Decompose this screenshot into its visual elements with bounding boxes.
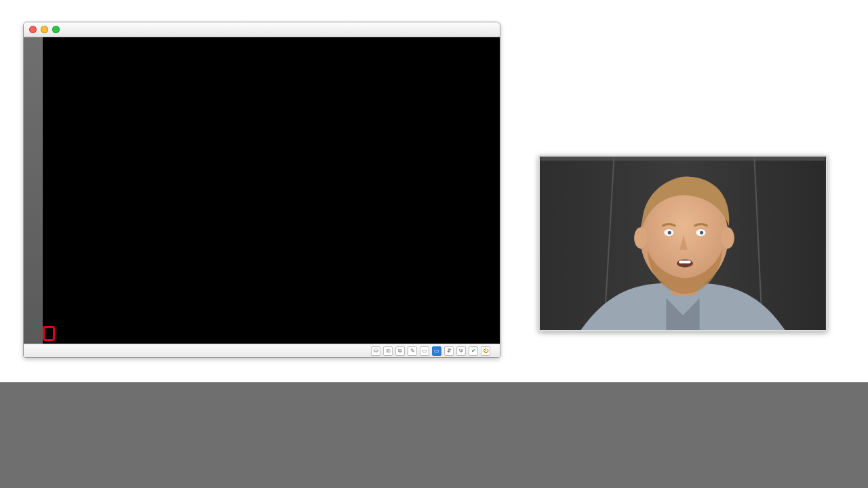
vm-body — [24, 37, 500, 344]
window-titlebar[interactable] — [24, 22, 500, 37]
statusbar-usb-icon[interactable]: Ψ — [456, 346, 466, 356]
presenter-video — [538, 155, 827, 331]
window-controls — [29, 26, 60, 33]
microsoft-logo-tiles — [808, 31, 834, 58]
svg-point-6 — [634, 227, 648, 249]
statusbar-optical-icon[interactable]: ◎ — [383, 346, 393, 356]
microsoft-logo — [808, 31, 841, 58]
logo-tile — [822, 45, 834, 58]
vm-window: ⛁ ◎ ⧉ ✎ ▭ ▭ ⇵ Ψ ✔ ⏻ — [23, 22, 500, 358]
statusbar-network-icon[interactable]: ⇵ — [444, 346, 454, 356]
statusbar-clipboard-icon[interactable]: ⧉ — [395, 346, 405, 356]
vm-statusbar: ⛁ ◎ ⧉ ✎ ▭ ▭ ⇵ Ψ ✔ ⏻ — [24, 344, 500, 357]
statusbar-pencil-icon[interactable]: ✎ — [408, 346, 417, 356]
statusbar-display-icon[interactable]: ▭ — [432, 346, 441, 356]
logo-tile — [808, 45, 820, 58]
svg-point-11 — [700, 231, 703, 235]
logo-tile — [808, 31, 820, 43]
svg-point-10 — [668, 231, 671, 235]
statusbar-check-icon[interactable]: ✔ — [469, 346, 478, 356]
presenter-illustration — [540, 157, 826, 330]
statusbar-disk-icon[interactable]: ⛁ — [371, 346, 380, 356]
svg-rect-13 — [679, 261, 691, 264]
logo-tile — [822, 31, 834, 43]
title-banner — [0, 382, 868, 488]
video-frame: ⛁ ◎ ⧉ ✎ ▭ ▭ ⇵ Ψ ✔ ⏻ — [0, 0, 868, 488]
svg-rect-1 — [540, 157, 825, 161]
complete-highlight — [43, 326, 55, 341]
maximize-icon[interactable] — [52, 26, 60, 33]
minimize-icon[interactable] — [41, 26, 48, 33]
macos-dock — [24, 37, 43, 344]
close-icon[interactable] — [29, 26, 37, 33]
terminal[interactable] — [43, 37, 500, 344]
svg-point-7 — [721, 227, 734, 249]
statusbar-folder-icon[interactable]: ▭ — [420, 346, 429, 356]
statusbar-power-icon[interactable]: ⏻ — [481, 346, 490, 356]
